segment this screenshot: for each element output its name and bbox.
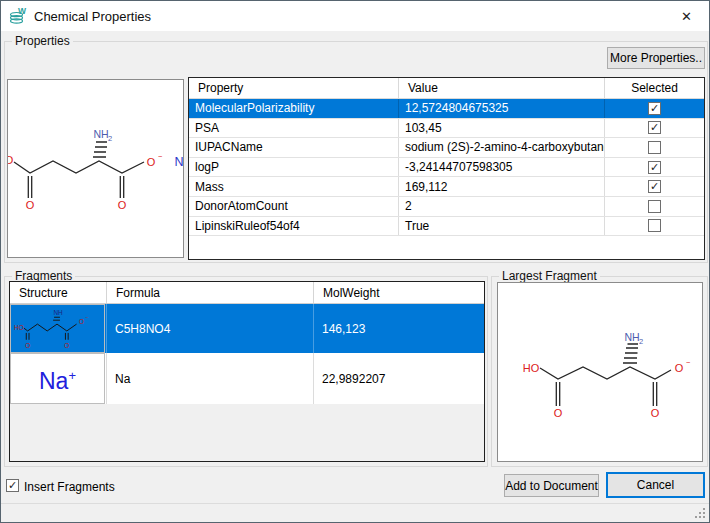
fragments-table-header[interactable]: Structure Formula MolWeight: [10, 282, 484, 304]
svg-text:−: −: [158, 152, 163, 161]
add-to-document-button[interactable]: Add to Document: [504, 474, 599, 497]
property-value: 169,112: [399, 177, 605, 196]
svg-text:O: O: [26, 199, 35, 211]
header-property[interactable]: Property: [189, 78, 399, 98]
title-bar[interactable]: W Chemical Properties ✕: [1, 1, 709, 31]
app-icon: W: [9, 7, 27, 25]
property-name: Mass: [189, 177, 399, 196]
properties-table-header[interactable]: Property Value Selected: [189, 78, 704, 99]
row-checkbox[interactable]: ✓: [648, 102, 661, 115]
row-checkbox[interactable]: ✓: [648, 161, 661, 174]
row-checkbox[interactable]: ✓: [648, 180, 661, 193]
property-value: 12,5724804675325: [399, 99, 605, 118]
status-strip: [1, 503, 709, 522]
window-title: Chemical Properties: [34, 9, 151, 24]
property-name: PSA: [189, 119, 399, 138]
property-row[interactable]: MolecularPolarizability 12,5724804675325…: [189, 99, 704, 119]
svg-text:O: O: [118, 199, 127, 211]
property-name: LipinskiRuleof54of4: [189, 217, 399, 236]
svg-text:−: −: [85, 315, 88, 320]
header-selected[interactable]: Selected: [605, 78, 704, 98]
row-checkbox[interactable]: [648, 219, 661, 232]
property-row[interactable]: Mass 169,112 ✓: [189, 177, 704, 197]
resize-grip[interactable]: [694, 507, 706, 519]
fragment-row[interactable]: HO O O O − NH C5H8NO4 146,123: [10, 304, 484, 353]
property-value: 103,45: [399, 119, 605, 138]
svg-text:O: O: [675, 362, 684, 374]
chemical-properties-dialog: W Chemical Properties ✕ Properties More …: [0, 0, 710, 523]
glutamate-sodium-structure: O O O O − NH 2 N: [8, 80, 183, 257]
property-row[interactable]: LipinskiRuleof54of4 True: [189, 217, 704, 237]
fragment-molweight: 22,9892207: [314, 353, 484, 404]
header-molweight[interactable]: MolWeight: [314, 282, 484, 303]
svg-text:O: O: [8, 154, 14, 166]
svg-text:O: O: [147, 156, 156, 168]
svg-text:NH: NH: [624, 331, 639, 343]
svg-text:−: −: [686, 358, 691, 367]
fragment-formula: Na: [107, 353, 314, 404]
property-name: logP: [189, 158, 399, 177]
fragment-molweight: 146,123: [314, 304, 484, 353]
property-row[interactable]: PSA 103,45 ✓: [189, 119, 704, 139]
svg-text:NH: NH: [93, 128, 108, 140]
svg-text:HO: HO: [14, 324, 24, 331]
property-value: sodium (2S)-2-amino-4-carboxybutanoate: [399, 138, 605, 157]
property-name: MolecularPolarizability: [189, 99, 399, 118]
svg-text:NH: NH: [53, 309, 63, 316]
property-value: -3,24144707598305: [399, 158, 605, 177]
header-value[interactable]: Value: [399, 78, 605, 98]
property-value: True: [399, 217, 605, 236]
svg-text:N: N: [174, 155, 183, 169]
insert-fragments-checkbox[interactable]: ✓: [6, 479, 19, 492]
fragment-row[interactable]: Na+ Na 22,9892207: [10, 353, 484, 404]
fragments-table: Structure Formula MolWeight HO O: [9, 281, 485, 462]
property-name: DonorAtomCount: [189, 197, 399, 216]
svg-text:2: 2: [108, 134, 112, 143]
property-value: 2: [399, 197, 605, 216]
row-checkbox[interactable]: ✓: [648, 121, 661, 134]
properties-table: Property Value Selected MolecularPolariz…: [188, 77, 705, 260]
properties-group-label: Properties: [12, 34, 73, 48]
row-checkbox[interactable]: [648, 200, 661, 213]
cancel-button[interactable]: Cancel: [606, 472, 705, 498]
largest-fragment-group-label: Largest Fragment: [499, 269, 600, 283]
close-button[interactable]: ✕: [664, 1, 709, 31]
row-checkbox[interactable]: [648, 141, 661, 154]
header-formula[interactable]: Formula: [107, 282, 314, 303]
insert-fragments-label: Insert Fragments: [24, 480, 115, 494]
svg-text:2: 2: [639, 337, 643, 346]
fragment-structure-image: Na+: [10, 353, 105, 404]
svg-text:W: W: [18, 7, 27, 16]
largest-fragment-preview: HO O O O − NH 2: [497, 282, 703, 462]
svg-text:O: O: [554, 407, 563, 419]
more-properties-button[interactable]: More Properties..: [607, 47, 705, 69]
svg-text:O: O: [79, 318, 84, 325]
property-row[interactable]: DonorAtomCount 2: [189, 197, 704, 217]
property-row[interactable]: IUPACName sodium (2S)-2-amino-4-carboxyb…: [189, 138, 704, 158]
header-structure[interactable]: Structure: [10, 282, 107, 303]
svg-text:O: O: [25, 342, 30, 349]
fragment-structure-image: HO O O O − NH: [10, 304, 105, 353]
svg-text:HO: HO: [523, 362, 540, 374]
molecule-preview: O O O O − NH 2 N: [7, 79, 184, 258]
svg-text:O: O: [651, 407, 660, 419]
glutamate-structure: HO O O O − NH 2: [498, 283, 702, 461]
property-name: IUPACName: [189, 138, 399, 157]
property-row[interactable]: logP -3,24144707598305 ✓: [189, 158, 704, 178]
svg-text:O: O: [64, 342, 69, 349]
fragment-formula: C5H8NO4: [107, 304, 314, 353]
